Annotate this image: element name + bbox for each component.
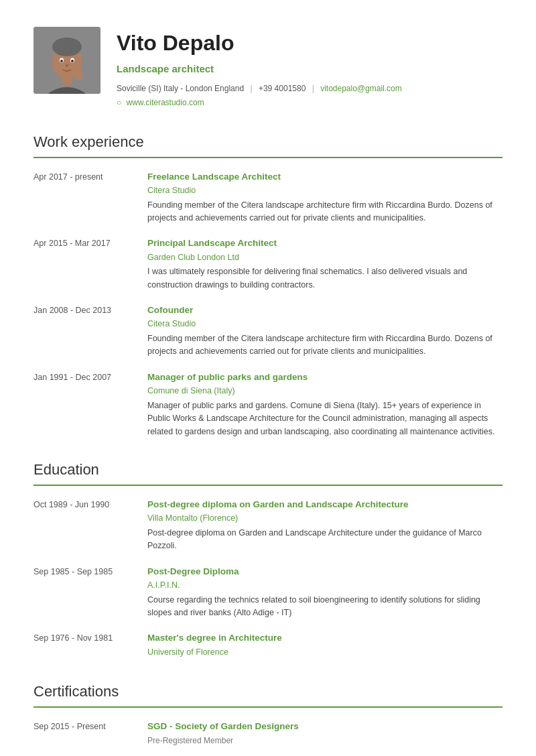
work-content-1: Freelance Landscape Architect Citera Stu… xyxy=(147,170,503,225)
cert-section-title: Certifications xyxy=(34,680,503,702)
cert-content-1: SGD - Society of Garden Designers Pre-Re… xyxy=(147,720,503,747)
edu-entry-1: Oct 1989 - Jun 1990 Post-degree diploma … xyxy=(34,498,503,553)
education-section: Education Oct 1989 - Jun 1990 Post-degre… xyxy=(34,458,503,661)
cert-date-1: Sep 2015 - Present xyxy=(34,720,147,747)
work-content-3: Cofounder Citera Studio Founding member … xyxy=(147,304,503,359)
edu-title-1: Post-degree diploma on Garden and Landsc… xyxy=(147,498,503,511)
edu-company-1: Villa Montalto (Florence) xyxy=(147,512,503,525)
work-date-2: Apr 2015 - Mar 2017 xyxy=(34,237,147,292)
edu-content-1: Post-degree diploma on Garden and Landsc… xyxy=(147,498,503,553)
cert-entry-1: Sep 2015 - Present SGD - Society of Gard… xyxy=(34,720,503,747)
separator: | xyxy=(250,84,252,93)
work-company-4: Comune di Siena (Italy) xyxy=(147,385,503,397)
certifications-section: Certifications Sep 2015 - Present SGD - … xyxy=(34,680,503,756)
work-entry-3: Jan 2008 - Dec 2013 Cofounder Citera Stu… xyxy=(34,304,503,359)
work-section-title: Work experience xyxy=(34,131,503,153)
edu-title-3: Master's degree in Architecture xyxy=(147,631,503,645)
work-entry-2: Apr 2015 - Mar 2017 Principal Landscape … xyxy=(34,237,503,292)
full-name: Vito Depalo xyxy=(117,27,402,59)
website-link[interactable]: www.citerastudio.com xyxy=(127,98,204,107)
edu-date-2: Sep 1985 - Sep 1985 xyxy=(34,565,147,620)
edu-title-2: Post-Degree Diploma xyxy=(147,565,503,578)
separator2: | xyxy=(312,84,314,93)
cert-title-1: SGD - Society of Garden Designers xyxy=(147,720,503,733)
globe-icon: ○ xyxy=(117,98,121,107)
cert-divider xyxy=(34,706,503,708)
edu-company-3: University of Florence xyxy=(147,646,503,659)
edu-desc-1: Post-degree diploma on Garden and Landsc… xyxy=(147,527,503,553)
edu-entry-2: Sep 1985 - Sep 1985 Post-Degree Diploma … xyxy=(34,565,503,620)
avatar xyxy=(34,27,100,94)
work-divider xyxy=(34,157,503,158)
work-title-2: Principal Landscape Architect xyxy=(147,237,503,250)
edu-desc-2: Course regarding the technics related to… xyxy=(147,594,503,620)
avatar-image xyxy=(34,27,100,94)
work-title-1: Freelance Landscape Architect xyxy=(147,170,503,184)
svg-point-8 xyxy=(71,60,74,62)
edu-date-1: Oct 1989 - Jun 1990 xyxy=(34,498,147,553)
svg-point-7 xyxy=(60,60,63,62)
work-date-4: Jan 1991 - Dec 2007 xyxy=(34,371,147,438)
edu-entry-3: Sep 1976 - Nov 1981 Master's degree in A… xyxy=(34,631,503,660)
work-title-4: Manager of public parks and gardens xyxy=(147,371,503,384)
edu-date-3: Sep 1976 - Nov 1981 xyxy=(34,631,147,660)
work-desc-4: Manager of public parks and gardens. Com… xyxy=(147,399,503,438)
education-section-title: Education xyxy=(34,458,503,481)
work-company-3: Citera Studio xyxy=(147,318,503,330)
work-title-3: Cofounder xyxy=(147,304,503,317)
work-date-1: Apr 2017 - present xyxy=(34,170,147,225)
work-company-1: Citera Studio xyxy=(147,184,503,197)
work-content-2: Principal Landscape Architect Garden Clu… xyxy=(147,237,503,292)
edu-content-2: Post-Degree Diploma A.I.P.I.N. Course re… xyxy=(147,565,503,620)
phone: +39 4001580 xyxy=(259,84,306,93)
work-entry-1: Apr 2017 - present Freelance Landscape A… xyxy=(34,170,503,225)
work-content-4: Manager of public parks and gardens Comu… xyxy=(147,371,503,438)
work-date-3: Jan 2008 - Dec 2013 xyxy=(34,304,147,359)
work-desc-1: Founding member of the Citera landscape … xyxy=(147,199,503,225)
location: Sovicille (SI) Italy - London England xyxy=(117,84,244,93)
work-experience-section: Work experience Apr 2017 - present Freel… xyxy=(34,131,503,438)
resume-header: Vito Depalo Landscape architect Sovicill… xyxy=(34,27,503,111)
work-desc-2: I was ultimately responsible for deliver… xyxy=(147,265,503,292)
header-info: Vito Depalo Landscape architect Sovicill… xyxy=(117,27,402,111)
cert-sub-1: Pre-Registered Member xyxy=(147,735,503,747)
education-divider xyxy=(34,485,503,486)
edu-content-3: Master's degree in Architecture Universi… xyxy=(147,631,503,660)
job-title: Landscape architect xyxy=(117,62,402,77)
work-entry-4: Jan 1991 - Dec 2007 Manager of public pa… xyxy=(34,371,503,438)
website-line: ○ www.citerastudio.com xyxy=(117,97,402,109)
contact-location-phone: Sovicille (SI) Italy - London England | … xyxy=(117,82,402,94)
work-desc-3: Founding member of the Citera landscape … xyxy=(147,332,503,359)
work-company-2: Garden Club London Ltd xyxy=(147,251,503,264)
edu-company-2: A.I.P.I.N. xyxy=(147,579,503,592)
email-link[interactable]: vitodepalo@gmail.com xyxy=(320,84,402,93)
svg-point-4 xyxy=(52,38,82,56)
